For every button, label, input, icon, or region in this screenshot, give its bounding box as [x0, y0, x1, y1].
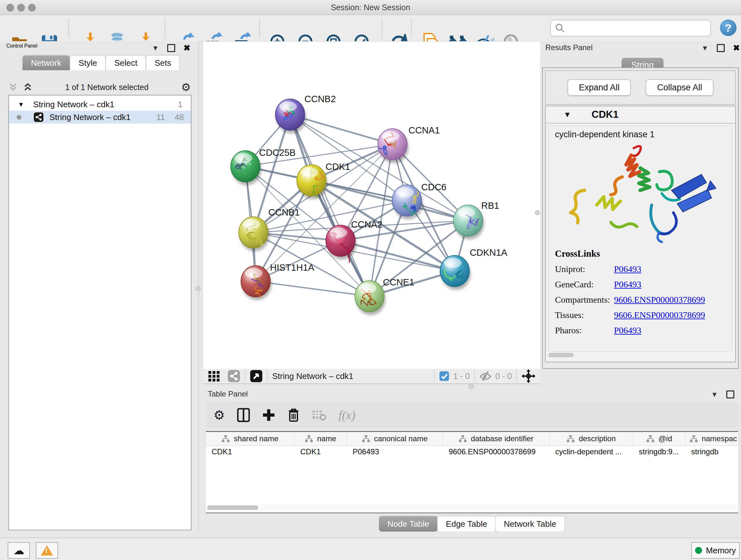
crosslink-link[interactable]: P06493 [614, 325, 642, 335]
search-input[interactable] [550, 20, 711, 37]
right-splitter-handle[interactable] [535, 210, 540, 215]
column-header-@id[interactable]: @id [633, 432, 685, 445]
network-node-RB1[interactable]: RB1 [454, 200, 499, 240]
search-text-field[interactable] [565, 21, 711, 35]
network-node-CCNA1[interactable]: CCNA1 [378, 125, 440, 163]
network-collection-row[interactable]: ▼ String Network – cdk1 1 [9, 98, 191, 111]
column-type-icon [566, 435, 575, 442]
protein-section-header[interactable]: ▼ CDK1 [546, 106, 735, 124]
table-cell[interactable]: CDK1 [294, 446, 347, 458]
network-node-CDC25B[interactable]: CDC25B [231, 147, 295, 185]
network-view-canvas[interactable]: CCNB2CCNA1CDC25BCDK1CDC6RB1CCNB1CCNA2CDK… [203, 41, 541, 369]
tab-node-table[interactable]: Node Table [379, 516, 438, 532]
network-node-HIST1H1A[interactable]: HIST1H1A [241, 262, 314, 300]
node-label: CDKN1A [470, 247, 508, 258]
table-row[interactable]: CDK1CDK1P064939606.ENSP00000378699cyclin… [206, 446, 738, 458]
panel-float-icon[interactable] [167, 44, 175, 52]
crosslink-link[interactable]: P06493 [614, 264, 642, 274]
panel-menu-icon[interactable]: ▼ [711, 390, 718, 399]
grid-view-icon[interactable] [208, 370, 220, 382]
table-cell[interactable]: 9606.ENSP00000378699 [443, 446, 549, 458]
main-toolbar: ? [0, 15, 741, 42]
node-table[interactable]: shared namenamecanonical namedatabase id… [206, 431, 738, 513]
toolbar-separator [165, 18, 165, 38]
warnings-button[interactable] [36, 542, 58, 559]
expand-all-button[interactable]: Expand All [567, 79, 631, 96]
panel-menu-icon[interactable]: ▼ [701, 44, 709, 52]
cloud-status-button[interactable]: ☁ [8, 542, 30, 559]
protein-section: ▼ CDK1 cyclin-dependent kinase 1 [545, 106, 736, 362]
column-header-shared-name[interactable]: shared name [206, 432, 294, 445]
protein-description: cyclin-dependent kinase 1 [555, 130, 655, 139]
column-header-namespac[interactable]: namespac [685, 432, 738, 445]
table-options-gear-icon[interactable]: ⚙ [213, 408, 225, 422]
string-network-graph[interactable]: CCNB2CCNA1CDC25BCDK1CDC6RB1CCNB1CCNA2CDK… [203, 42, 540, 369]
panel-close-icon[interactable]: ✖ [184, 43, 191, 53]
table-cell[interactable]: stringdb [685, 446, 738, 458]
delete-column-icon[interactable] [287, 408, 300, 422]
crosslink-link[interactable]: 9606.ENSP00000378699 [614, 295, 705, 305]
toolbar-separator [259, 18, 260, 38]
section-collapse-icon[interactable]: ▼ [563, 110, 571, 119]
table-horizontal-scrollbar[interactable] [206, 504, 738, 511]
pan-crosshair-icon[interactable] [522, 369, 536, 383]
tab-style[interactable]: Style [70, 55, 106, 70]
column-header-name[interactable]: name [294, 432, 347, 445]
crosslink-link[interactable]: 9606.ENSP00000378699 [614, 310, 705, 320]
show-columns-icon[interactable] [237, 408, 250, 422]
add-column-icon[interactable] [262, 408, 275, 422]
expand-collapse-row: Expand All Collapse All [545, 70, 736, 105]
tab-edge-table[interactable]: Edge Table [437, 516, 496, 532]
network-node-CCNE1[interactable]: CCNE1 [355, 277, 414, 315]
table-panel-title: Table Panel [208, 389, 248, 398]
panel-close-icon[interactable]: ✖ [733, 43, 740, 53]
selected-checkbox-icon[interactable] [439, 371, 449, 381]
network-options-gear-icon[interactable]: ⚙ [181, 81, 191, 94]
node-highlight [279, 102, 297, 111]
results-panel-title: Results Panel [545, 43, 593, 52]
node-label: CDK1 [326, 162, 350, 172]
toolbar-separator [382, 18, 382, 38]
collapse-all-icon[interactable] [8, 82, 18, 92]
panel-float-icon[interactable] [717, 44, 725, 52]
node-label: RB1 [481, 200, 499, 211]
collapse-all-button[interactable]: Collapse All [646, 79, 714, 96]
table-cell[interactable]: P06493 [347, 446, 443, 458]
results-scrollbar-thumb[interactable] [548, 353, 574, 357]
tab-network[interactable]: Network [22, 55, 70, 70]
node-highlight [457, 207, 475, 217]
network-node-CDKN1A[interactable]: CDKN1A [440, 247, 508, 290]
clear-table-icon [312, 409, 327, 421]
column-header-database-identifier[interactable]: database identifier [443, 432, 549, 445]
panel-float-icon[interactable] [726, 390, 734, 398]
column-header-canonical-name[interactable]: canonical name [347, 432, 443, 445]
help-button[interactable]: ? [720, 19, 737, 36]
share-view-icon[interactable] [227, 370, 240, 382]
table-cell[interactable]: CDK1 [206, 446, 294, 458]
panel-menu-icon[interactable]: ▼ [152, 44, 159, 52]
crosslink-link[interactable]: P06493 [614, 279, 642, 290]
table-cell[interactable]: cyclin-dependent ... [549, 446, 633, 458]
network-row-selected[interactable]: String Network – cdk1 11 48 [9, 111, 191, 124]
node-highlight [396, 187, 414, 197]
memory-button[interactable]: Memory [691, 542, 740, 559]
column-header-label: description [579, 434, 616, 443]
network-edge[interactable] [256, 281, 369, 296]
network-view-toolbar: String Network – cdk1 1 - 0 0 - 0 [203, 369, 540, 384]
tab-network-table[interactable]: Network Table [495, 516, 565, 532]
collection-expand-icon[interactable]: ▼ [18, 101, 24, 108]
expand-all-icon[interactable] [23, 82, 32, 92]
network-node-CCNB2[interactable]: CCNB2 [275, 94, 336, 133]
node-label: CCNA1 [408, 125, 440, 135]
column-header-description[interactable]: description [549, 432, 633, 445]
toolbar-separator [411, 18, 412, 38]
table-cell[interactable]: stringdb:9... [633, 446, 685, 458]
tab-sets[interactable]: Sets [146, 55, 180, 70]
scrollbar-thumb[interactable] [207, 505, 258, 510]
crosslink-row: GeneCard:P06493 [555, 279, 705, 290]
tab-select[interactable]: Select [106, 55, 146, 70]
node-label: HIST1H1A [270, 262, 314, 273]
network-node-CDK1[interactable]: CDK1 [297, 162, 350, 199]
birdseye-view-icon[interactable] [250, 370, 263, 382]
left-splitter-handle[interactable] [196, 286, 201, 291]
